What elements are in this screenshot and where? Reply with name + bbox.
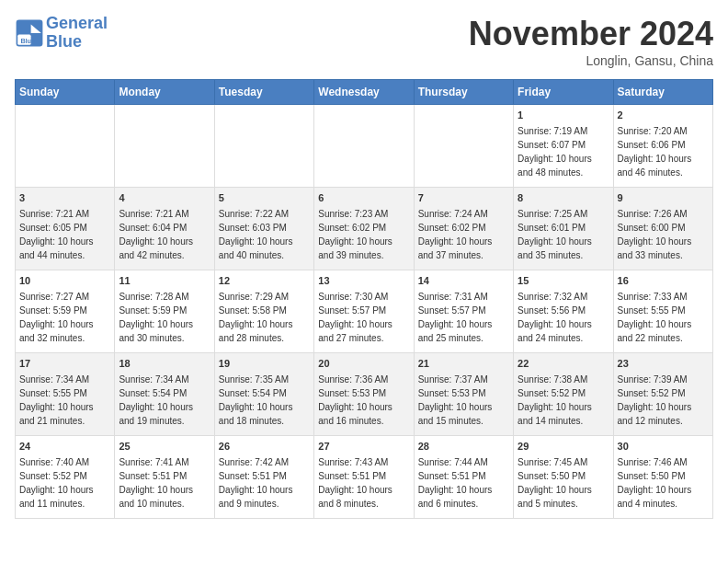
calendar-week-3: 17Sunrise: 7:34 AM Sunset: 5:55 PM Dayli…	[16, 353, 713, 436]
day-info: Sunrise: 7:42 AM Sunset: 5:51 PM Dayligh…	[219, 455, 310, 511]
weekday-header-tuesday: Tuesday	[214, 80, 313, 105]
day-number: 16	[618, 274, 709, 288]
calendar-cell: 20Sunrise: 7:36 AM Sunset: 5:53 PM Dayli…	[314, 353, 414, 436]
calendar-week-4: 24Sunrise: 7:40 AM Sunset: 5:52 PM Dayli…	[16, 436, 713, 519]
calendar-cell: 6Sunrise: 7:23 AM Sunset: 6:02 PM Daylig…	[314, 188, 414, 270]
location: Longlin, Gansu, China	[469, 53, 713, 68]
day-number: 25	[119, 440, 210, 454]
calendar-cell: 1Sunrise: 7:19 AM Sunset: 6:07 PM Daylig…	[514, 105, 613, 188]
title-block: November 2024 Longlin, Gansu, China	[469, 15, 713, 68]
calendar-cell: 17Sunrise: 7:34 AM Sunset: 5:55 PM Dayli…	[16, 353, 115, 436]
day-info: Sunrise: 7:33 AM Sunset: 5:55 PM Dayligh…	[618, 290, 709, 345]
day-info: Sunrise: 7:36 AM Sunset: 5:53 PM Dayligh…	[318, 373, 409, 428]
day-number: 2	[618, 109, 709, 122]
day-number: 26	[219, 440, 310, 454]
day-info: Sunrise: 7:41 AM Sunset: 5:51 PM Dayligh…	[119, 455, 210, 511]
day-info: Sunrise: 7:21 AM Sunset: 6:04 PM Dayligh…	[119, 207, 210, 262]
day-info: Sunrise: 7:29 AM Sunset: 5:58 PM Dayligh…	[219, 290, 310, 345]
day-number: 22	[518, 357, 609, 371]
day-number: 8	[518, 191, 609, 205]
weekday-header-thursday: Thursday	[414, 80, 513, 105]
day-number: 9	[618, 191, 709, 205]
day-number: 15	[518, 274, 609, 288]
month-title: November 2024	[469, 15, 713, 53]
calendar-cell: 14Sunrise: 7:31 AM Sunset: 5:57 PM Dayli…	[414, 270, 513, 353]
day-number: 30	[618, 440, 709, 454]
day-number: 20	[318, 357, 409, 371]
day-info: Sunrise: 7:35 AM Sunset: 5:54 PM Dayligh…	[219, 373, 310, 428]
day-number: 10	[19, 274, 110, 288]
weekday-header-saturday: Saturday	[613, 80, 712, 105]
calendar-cell: 24Sunrise: 7:40 AM Sunset: 5:52 PM Dayli…	[16, 436, 115, 519]
calendar-week-1: 3Sunrise: 7:21 AM Sunset: 6:05 PM Daylig…	[16, 188, 713, 270]
logo-icon: Blue	[15, 18, 44, 48]
calendar-cell: 8Sunrise: 7:25 AM Sunset: 6:01 PM Daylig…	[514, 188, 613, 270]
day-number: 7	[418, 191, 509, 205]
logo-line2: Blue	[46, 32, 82, 51]
day-number: 12	[219, 274, 310, 288]
day-info: Sunrise: 7:31 AM Sunset: 5:57 PM Dayligh…	[418, 290, 509, 345]
logo-text: General Blue	[46, 15, 108, 52]
day-info: Sunrise: 7:22 AM Sunset: 6:03 PM Dayligh…	[219, 207, 310, 262]
day-number: 11	[119, 274, 210, 288]
calendar-table: SundayMondayTuesdayWednesdayThursdayFrid…	[15, 79, 713, 519]
calendar-cell: 2Sunrise: 7:20 AM Sunset: 6:06 PM Daylig…	[613, 105, 712, 188]
day-number: 28	[418, 440, 509, 454]
calendar-cell: 21Sunrise: 7:37 AM Sunset: 5:53 PM Dayli…	[414, 353, 513, 436]
weekday-header-row: SundayMondayTuesdayWednesdayThursdayFrid…	[16, 80, 713, 105]
day-info: Sunrise: 7:46 AM Sunset: 5:50 PM Dayligh…	[618, 455, 709, 511]
calendar-cell	[314, 105, 414, 188]
day-info: Sunrise: 7:38 AM Sunset: 5:52 PM Dayligh…	[518, 373, 609, 428]
day-number: 27	[318, 440, 409, 454]
day-number: 14	[418, 274, 509, 288]
day-number: 4	[119, 191, 210, 205]
calendar-cell: 23Sunrise: 7:39 AM Sunset: 5:52 PM Dayli…	[613, 353, 712, 436]
day-info: Sunrise: 7:45 AM Sunset: 5:50 PM Dayligh…	[518, 455, 609, 511]
calendar-cell: 5Sunrise: 7:22 AM Sunset: 6:03 PM Daylig…	[214, 188, 313, 270]
day-info: Sunrise: 7:37 AM Sunset: 5:53 PM Dayligh…	[418, 373, 509, 428]
day-info: Sunrise: 7:27 AM Sunset: 5:59 PM Dayligh…	[19, 290, 110, 345]
calendar-cell: 11Sunrise: 7:28 AM Sunset: 5:59 PM Dayli…	[115, 270, 214, 353]
day-number: 29	[518, 440, 609, 454]
calendar-cell: 18Sunrise: 7:34 AM Sunset: 5:54 PM Dayli…	[115, 353, 214, 436]
day-info: Sunrise: 7:34 AM Sunset: 5:54 PM Dayligh…	[119, 373, 210, 428]
day-number: 3	[19, 191, 110, 205]
calendar-cell: 4Sunrise: 7:21 AM Sunset: 6:04 PM Daylig…	[115, 188, 214, 270]
day-info: Sunrise: 7:30 AM Sunset: 5:57 PM Dayligh…	[318, 290, 409, 345]
calendar-cell: 28Sunrise: 7:44 AM Sunset: 5:51 PM Dayli…	[414, 436, 513, 519]
day-number: 23	[618, 357, 709, 371]
day-number: 13	[318, 274, 409, 288]
weekday-header-wednesday: Wednesday	[314, 80, 414, 105]
day-info: Sunrise: 7:40 AM Sunset: 5:52 PM Dayligh…	[19, 455, 110, 511]
calendar-week-0: 1Sunrise: 7:19 AM Sunset: 6:07 PM Daylig…	[16, 105, 713, 188]
calendar-cell: 16Sunrise: 7:33 AM Sunset: 5:55 PM Dayli…	[613, 270, 712, 353]
day-info: Sunrise: 7:21 AM Sunset: 6:05 PM Dayligh…	[19, 207, 110, 262]
calendar-cell	[214, 105, 313, 188]
calendar-cell: 27Sunrise: 7:43 AM Sunset: 5:51 PM Dayli…	[314, 436, 414, 519]
weekday-header-sunday: Sunday	[16, 80, 115, 105]
svg-text:Blue: Blue	[20, 37, 35, 45]
calendar-cell	[115, 105, 214, 188]
calendar-cell: 25Sunrise: 7:41 AM Sunset: 5:51 PM Dayli…	[115, 436, 214, 519]
calendar-cell: 30Sunrise: 7:46 AM Sunset: 5:50 PM Dayli…	[613, 436, 712, 519]
calendar-header: SundayMondayTuesdayWednesdayThursdayFrid…	[16, 80, 713, 105]
logo-line1: General	[46, 14, 108, 32]
day-number: 1	[518, 109, 609, 122]
calendar-cell: 10Sunrise: 7:27 AM Sunset: 5:59 PM Dayli…	[16, 270, 115, 353]
day-info: Sunrise: 7:26 AM Sunset: 6:00 PM Dayligh…	[618, 207, 709, 262]
day-number: 24	[19, 440, 110, 454]
day-info: Sunrise: 7:23 AM Sunset: 6:02 PM Dayligh…	[318, 207, 409, 262]
day-number: 6	[318, 191, 409, 205]
calendar-week-2: 10Sunrise: 7:27 AM Sunset: 5:59 PM Dayli…	[16, 270, 713, 353]
weekday-header-monday: Monday	[115, 80, 214, 105]
day-info: Sunrise: 7:44 AM Sunset: 5:51 PM Dayligh…	[418, 455, 509, 511]
calendar-cell	[414, 105, 513, 188]
day-info: Sunrise: 7:32 AM Sunset: 5:56 PM Dayligh…	[518, 290, 609, 345]
calendar-cell: 9Sunrise: 7:26 AM Sunset: 6:00 PM Daylig…	[613, 188, 712, 270]
calendar-cell: 22Sunrise: 7:38 AM Sunset: 5:52 PM Dayli…	[514, 353, 613, 436]
calendar-cell: 7Sunrise: 7:24 AM Sunset: 6:02 PM Daylig…	[414, 188, 513, 270]
day-number: 17	[19, 357, 110, 371]
day-info: Sunrise: 7:39 AM Sunset: 5:52 PM Dayligh…	[618, 373, 709, 428]
day-number: 21	[418, 357, 509, 371]
weekday-header-friday: Friday	[514, 80, 613, 105]
